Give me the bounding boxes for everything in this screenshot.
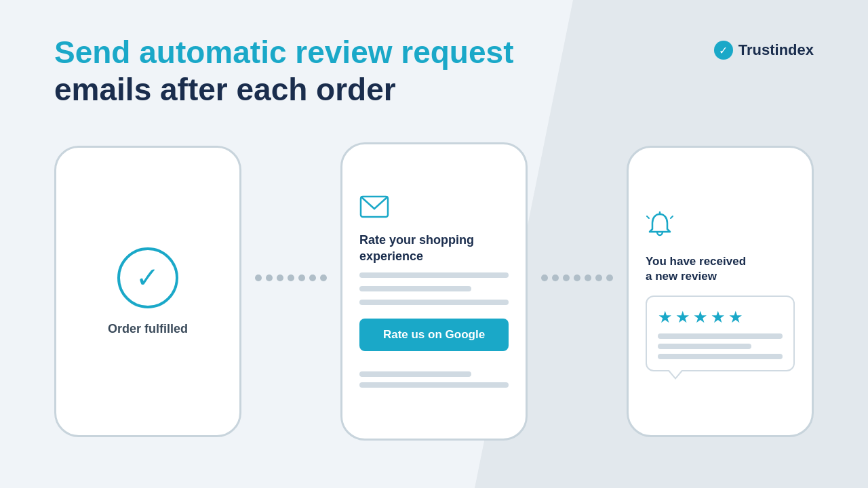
review-lines [658,333,783,359]
dot [255,274,262,281]
dot [277,274,283,281]
dot [595,274,602,281]
star-3: ★ [693,308,708,327]
dot [563,274,570,281]
bell-icon [646,211,674,240]
review-line-1 [658,333,783,339]
dot [320,274,327,281]
dot [309,274,316,281]
dot [552,274,559,281]
email-icon-area [359,195,509,221]
header: Send automatic review request emails aft… [54,34,814,108]
check-circle-icon: ✓ [117,247,178,308]
headline-line1: Send automatic review request [54,34,513,71]
logo-check-icon: ✓ [714,41,733,60]
dot [585,274,591,281]
logo: ✓ Trustindex [714,41,814,60]
phone3-content: You have receiveda new review ★ ★ ★ ★ ★ [629,191,812,392]
logo-text: Trustindex [738,41,814,59]
review-received-title: You have receiveda new review [646,254,795,284]
text-line-3 [359,300,509,305]
text-line-4 [359,371,471,377]
review-line-3 [658,354,783,359]
review-card: ★ ★ ★ ★ ★ [646,296,795,371]
email-icon [359,195,389,218]
headline-line2: emails after each order [54,71,513,108]
dots-connector-2 [528,274,627,281]
dot [574,274,580,281]
phone1-content: ✓ Order fulfilled [108,247,188,336]
text-line-5 [359,382,509,388]
rate-title: Rate your shoppingexperience [359,232,509,264]
text-line-1 [359,272,509,278]
star-2: ★ [675,308,690,327]
lines-bottom [359,371,509,388]
review-line-2 [658,344,751,349]
svg-line-2 [647,216,649,218]
dot [541,274,548,281]
dots-connector-1 [241,274,340,281]
dot [606,274,613,281]
star-4: ★ [711,308,726,327]
phone-order-fulfilled: ✓ Order fulfilled [54,146,241,437]
stars-row: ★ ★ ★ ★ ★ [658,308,783,327]
phone-email-request: Rate your shoppingexperience Rate us on … [340,142,528,441]
rate-google-button[interactable]: Rate us on Google [359,319,509,351]
phone-review-received: You have receiveda new review ★ ★ ★ ★ ★ [627,146,814,437]
order-fulfilled-label: Order fulfilled [108,322,188,336]
phones-row: ✓ Order fulfilled [54,142,814,441]
dot [288,274,294,281]
phone2-content: Rate your shoppingexperience Rate us on … [342,175,526,408]
dot [298,274,305,281]
text-line-2 [359,286,471,291]
dot [266,274,273,281]
svg-line-3 [671,216,673,218]
star-1: ★ [658,308,673,327]
headline: Send automatic review request emails aft… [54,34,513,108]
star-5: ★ [728,308,743,327]
bell-icon-area [646,211,795,243]
